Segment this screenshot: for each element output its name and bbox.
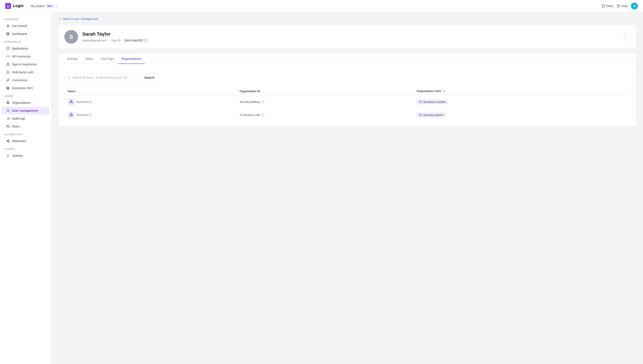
copy-org-id-button[interactable]: [261, 114, 264, 116]
col-name: Name: [64, 87, 236, 96]
sidebar-item-organizations[interactable]: Organizations: [2, 99, 50, 106]
back-link[interactable]: Back to user management: [58, 17, 636, 20]
org-name-link[interactable]: Business 2: [77, 100, 91, 104]
svg-rect-15: [8, 103, 9, 104]
org-role-cell: Business admin: [413, 108, 630, 122]
sidebar-item-sign-in-experience[interactable]: Sign-in experience: [2, 60, 50, 68]
user-id-label: User ID: [111, 39, 121, 42]
svg-rect-4: [8, 32, 9, 34]
svg-rect-5: [8, 34, 9, 35]
role-icon: [419, 100, 422, 103]
more-options-button[interactable]: ⋮: [621, 32, 630, 41]
users-section-label: USERS: [0, 92, 51, 98]
table-body: Business 2 28ry0zy0b9ag Business member: [64, 96, 630, 122]
svg-line-31: [70, 78, 70, 79]
nav-divider: [27, 4, 27, 8]
help-button[interactable]: Help: [617, 4, 627, 8]
col-org-id: Organization ID: [236, 87, 413, 96]
logo-icon: L: [5, 3, 11, 9]
org-role-cell: Business member: [413, 96, 630, 108]
table-row: Business 1 fcsho5mucld9 Business admin: [64, 108, 630, 122]
sidebar-item-enterprise-sso[interactable]: Enterprise SSO: [2, 84, 50, 92]
sidebar-item-sign-in-label: Sign-in experience: [12, 62, 37, 66]
sidebar-item-applications[interactable]: Applications: [2, 44, 50, 52]
sidebar-item-api-resources[interactable]: API resources: [2, 52, 50, 60]
sidebar-item-roles-label: Roles: [12, 125, 20, 128]
org-name-link[interactable]: Business 1: [77, 113, 91, 116]
role-badge: Business member: [416, 100, 448, 104]
sidebar-item-mfa[interactable]: Multi-factor auth: [2, 68, 50, 76]
sidebar-item-webhooks-label: Webhooks: [12, 139, 26, 143]
user-avatar[interactable]: N: [631, 2, 638, 10]
sidebar: OVERVIEW Get started Dashboard RESOURCES…: [0, 12, 52, 364]
svg-rect-43: [72, 115, 73, 116]
svg-rect-42: [70, 115, 71, 116]
sidebar-item-dashboard[interactable]: Dashboard: [2, 30, 50, 38]
svg-point-28: [8, 155, 8, 156]
user-id-badge: 5khc7vwth252: [123, 38, 149, 43]
help-label: Help: [621, 4, 627, 8]
settings-icon: [6, 154, 10, 158]
organizations-content: Search Name Organization ID Organization…: [58, 68, 636, 126]
back-link-label: Back to user management: [63, 17, 98, 20]
webhooks-icon: [6, 139, 10, 143]
sidebar-item-audit-logs-label: Audit logs: [12, 117, 25, 120]
tabs-bar: Settings Roles User logs Organizations: [58, 54, 636, 64]
org-roles-info-icon[interactable]: ⓘ: [443, 90, 445, 92]
tab-roles[interactable]: Roles: [82, 54, 97, 64]
sidebar-item-get-started[interactable]: Get started: [2, 22, 50, 30]
copy-org-id-button[interactable]: [261, 100, 264, 103]
topnav: L Logto My project Dev Docs Help N: [0, 0, 643, 12]
enterprise-sso-icon: [6, 86, 10, 90]
tab-organizations[interactable]: Organizations: [118, 54, 145, 64]
sign-in-icon: [6, 62, 10, 66]
search-input[interactable]: [72, 76, 134, 79]
project-selector[interactable]: My project Dev: [31, 4, 58, 8]
role-name: Business member: [423, 100, 446, 104]
applications-icon: [6, 46, 10, 50]
svg-rect-32: [71, 100, 72, 101]
svg-rect-7: [7, 47, 9, 49]
copy-user-id-button[interactable]: [144, 39, 147, 42]
sidebar-item-organizations-label: Organizations: [12, 101, 31, 104]
svg-rect-11: [7, 72, 9, 74]
chevron-down-icon: [55, 4, 58, 8]
docs-button[interactable]: Docs: [601, 4, 613, 8]
organizations-table: Name Organization ID Organization roles …: [64, 87, 630, 121]
docs-label: Docs: [606, 4, 613, 8]
org-id-cell: 28ry0zy0b9ag: [236, 96, 413, 108]
sidebar-item-webhooks[interactable]: Webhooks: [2, 137, 50, 145]
org-id-cell: fcsho5mucld9: [236, 108, 413, 122]
sidebar-item-connectors[interactable]: Connectors: [2, 76, 50, 84]
sidebar-item-applications-label: Applications: [12, 47, 28, 50]
svg-rect-29: [145, 40, 147, 41]
org-name-cell: Business 2: [64, 96, 236, 108]
tab-user-logs[interactable]: User logs: [97, 54, 117, 64]
col-org-roles: Organization roles ⓘ: [413, 87, 630, 96]
help-icon: [617, 4, 620, 8]
search-button[interactable]: Search: [140, 73, 159, 82]
layout: OVERVIEW Get started Dashboard RESOURCES…: [0, 12, 643, 364]
api-resources-icon: [6, 54, 10, 58]
sidebar-item-settings[interactable]: Settings: [2, 152, 50, 160]
sidebar-item-audit-logs[interactable]: Audit logs: [2, 115, 50, 122]
tab-settings[interactable]: Settings: [64, 54, 81, 64]
tab-container: Settings Roles User logs Organizations S…: [58, 54, 636, 126]
user-name: Sarah Taylor: [82, 31, 616, 37]
env-badge: Dev: [46, 4, 54, 8]
overview-section-label: OVERVIEW: [0, 16, 51, 22]
user-management-icon: [6, 109, 10, 112]
main-content: Back to user management S Sarah Taylor s…: [52, 12, 643, 364]
sidebar-item-enterprise-sso-label: Enterprise SSO: [12, 86, 33, 90]
get-started-icon: [6, 24, 10, 28]
svg-rect-3: [7, 32, 8, 34]
sidebar-item-roles[interactable]: Roles: [2, 122, 50, 130]
role-icon: [419, 114, 422, 116]
back-arrow-icon: [58, 17, 62, 20]
user-info: Sarah Taylor staylor@gmail.com | User ID…: [82, 31, 616, 43]
user-meta: staylor@gmail.com | User ID 5khc7vwth252: [82, 38, 616, 43]
topnav-actions: Docs Help N: [601, 2, 638, 10]
sidebar-item-user-management[interactable]: User management: [2, 107, 50, 114]
table-row: Business 2 28ry0zy0b9ag Business member: [64, 96, 630, 108]
automation-section-label: AUTOMATION: [0, 130, 51, 137]
